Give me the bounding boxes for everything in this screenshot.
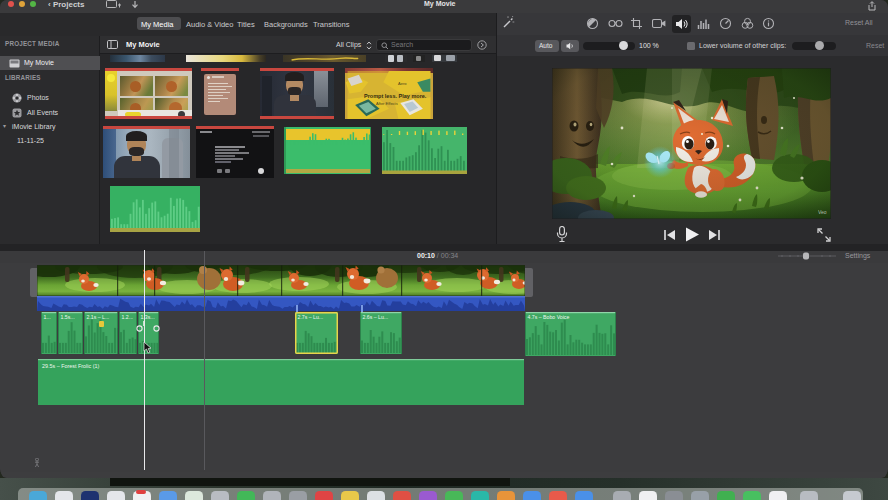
svg-text:1...: 1... [43,314,50,320]
svg-text:1.5s...: 1.5s... [60,314,74,320]
svg-text:2.1s – L...: 2.1s – L... [86,314,109,320]
svg-text:1.3s...: 1.3s... [140,314,154,320]
svg-text:2.7s – Lu...: 2.7s – Lu... [298,314,324,320]
svg-text:29.5s – Forest Frolic (1): 29.5s – Forest Frolic (1) [42,363,99,369]
svg-text:1.2...: 1.2... [121,314,133,320]
svg-text:4.7s – Bobo Voice: 4.7s – Bobo Voice [528,314,570,320]
svg-text:2.6s – Lu...: 2.6s – Lu... [363,314,389,320]
svg-text:Veo: Veo [818,209,827,215]
